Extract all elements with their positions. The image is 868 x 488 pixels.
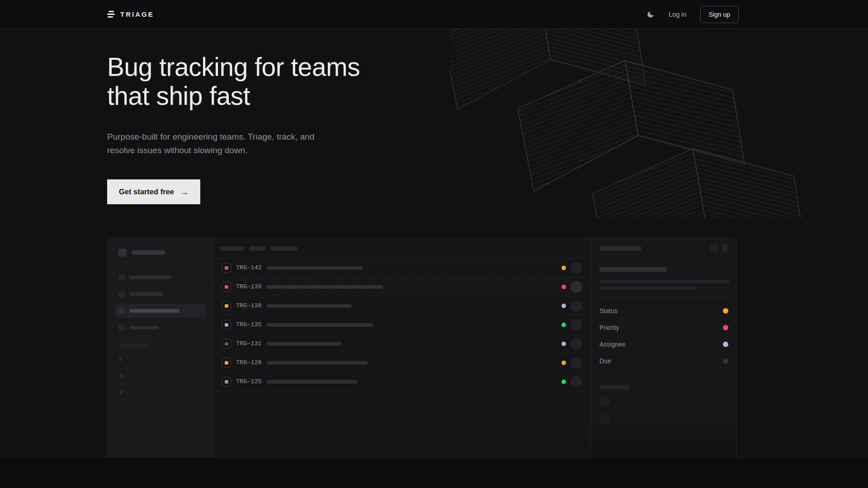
panel-action-button[interactable] xyxy=(710,244,717,252)
hero-subtitle: Purpose-built for engineering teams. Tri… xyxy=(107,130,314,158)
issue-id: TRG–138 xyxy=(236,302,264,309)
get-started-label: Get started free xyxy=(119,188,174,196)
hero-title-line1: Bug tracking for teams xyxy=(107,52,360,81)
nav-actions: Log in Sign up xyxy=(646,6,739,23)
field-label: Assignee xyxy=(599,341,626,348)
issue-detail-panel: Status Priority Assignee Due xyxy=(591,239,736,457)
field-label: Priority xyxy=(599,324,619,331)
sidebar-dot-item[interactable] xyxy=(119,374,123,378)
description-skeleton xyxy=(599,280,729,283)
issue-row[interactable]: TRG–125 xyxy=(213,372,590,391)
issue-type-icon xyxy=(222,320,231,329)
sidebar-nav-icon xyxy=(118,274,125,281)
hero-subtitle-line1: Purpose-built for engineering teams. Tri… xyxy=(107,132,314,141)
divider xyxy=(599,297,728,298)
issue-title-skeleton xyxy=(267,361,368,365)
field-label: Status xyxy=(599,307,618,314)
status-dot xyxy=(561,342,566,346)
activity-avatar-skeleton xyxy=(599,414,610,425)
field-assignee[interactable]: Assignee xyxy=(599,340,728,349)
assignee-avatar xyxy=(571,319,582,331)
preview-sidebar xyxy=(108,239,213,457)
issue-title-skeleton xyxy=(267,323,373,327)
field-status[interactable]: Status xyxy=(599,306,728,315)
issue-title-skeleton xyxy=(267,285,383,289)
top-nav: TRIAGE Log in Sign up xyxy=(0,0,868,29)
moon-icon xyxy=(646,10,655,19)
app-preview-card: TRG–142 TRG–139 TRG–138 TR xyxy=(107,238,737,457)
panel-action-button[interactable] xyxy=(722,244,729,252)
sidebar-dot-item[interactable] xyxy=(119,390,123,394)
status-dot xyxy=(561,266,566,270)
status-dot xyxy=(561,361,566,365)
filter-tab-skeleton[interactable] xyxy=(220,246,244,251)
divider xyxy=(114,267,206,268)
wireframe-panels-decoration xyxy=(450,29,811,218)
filter-tab-skeleton[interactable] xyxy=(270,246,298,251)
issue-id: TRG–142 xyxy=(236,264,264,271)
sidebar-nav-icon xyxy=(118,308,125,314)
assignee-avatar xyxy=(571,281,582,293)
issue-title-skeleton xyxy=(267,380,357,384)
sidebar-item[interactable] xyxy=(130,326,159,329)
description-skeleton xyxy=(599,286,696,290)
hero-subtitle-line2: resolve issues without slowing down. xyxy=(107,145,248,155)
issue-list-header xyxy=(213,239,590,258)
issue-title-skeleton xyxy=(267,266,363,270)
sidebar-nav-icon xyxy=(118,324,125,331)
issue-row[interactable]: TRG–131 xyxy=(213,334,590,353)
hero-title-line2: that ship fast xyxy=(107,81,250,110)
status-dot xyxy=(561,285,566,289)
login-link[interactable]: Log in xyxy=(669,11,687,18)
assignee-avatar xyxy=(571,338,582,350)
divider xyxy=(114,339,206,339)
status-dot xyxy=(561,304,566,308)
issue-type-icon xyxy=(222,358,231,367)
issue-row[interactable]: TRG–138 xyxy=(213,296,590,315)
field-label: Due xyxy=(599,357,611,365)
issue-type-icon xyxy=(222,263,231,272)
issue-row[interactable]: TRG–135 xyxy=(213,315,590,334)
issue-type-icon xyxy=(222,377,231,386)
issue-id: TRG–139 xyxy=(236,283,264,290)
status-dot xyxy=(561,323,566,327)
workspace-icon xyxy=(118,249,127,257)
status-value-dot xyxy=(723,308,728,314)
sidebar-item-label-skeleton xyxy=(130,309,179,313)
divider xyxy=(599,373,728,373)
issue-list: TRG–142 TRG–139 TRG–138 TR xyxy=(213,239,591,457)
brand-logo[interactable]: TRIAGE xyxy=(107,10,154,18)
landing-page: TRIAGE Log in Sign up Bug tracking for t… xyxy=(0,0,868,488)
issue-title-skeleton xyxy=(599,267,666,272)
issue-row[interactable]: TRG–142 xyxy=(213,258,590,277)
triage-bars-icon xyxy=(107,11,115,18)
issue-id: TRG–131 xyxy=(236,340,264,347)
sidebar-item[interactable] xyxy=(130,276,171,279)
page-footer xyxy=(0,457,868,488)
activity-avatar-skeleton xyxy=(599,396,610,407)
assignee-avatar xyxy=(571,300,582,312)
assignee-avatar xyxy=(571,357,582,369)
priority-value-dot xyxy=(723,325,728,330)
issue-id: TRG–135 xyxy=(236,321,264,328)
sidebar-nav-icon xyxy=(118,291,125,297)
due-value-dot xyxy=(723,358,728,364)
sidebar-section-skeleton xyxy=(119,344,147,347)
issue-row[interactable]: TRG–128 xyxy=(213,353,590,372)
sidebar-item[interactable] xyxy=(130,292,163,296)
issue-row-selected[interactable]: TRG–139 xyxy=(213,277,590,296)
field-due[interactable]: Due xyxy=(599,357,728,366)
filter-tab-skeleton[interactable] xyxy=(249,246,265,251)
arrow-right-icon: → xyxy=(180,188,189,196)
field-priority[interactable]: Priority xyxy=(599,323,728,332)
issue-type-icon xyxy=(222,339,231,348)
sidebar-dot-item[interactable] xyxy=(119,357,123,361)
signup-button[interactable]: Sign up xyxy=(700,6,739,23)
issue-type-icon xyxy=(222,282,231,291)
hero-title: Bug tracking for teamsthat ship fast xyxy=(107,52,360,111)
theme-toggle[interactable] xyxy=(646,10,655,19)
get-started-button[interactable]: Get started free → xyxy=(107,179,200,204)
activity-section-skeleton xyxy=(599,385,629,389)
brand-name: TRIAGE xyxy=(120,10,154,18)
status-dot xyxy=(561,380,566,384)
